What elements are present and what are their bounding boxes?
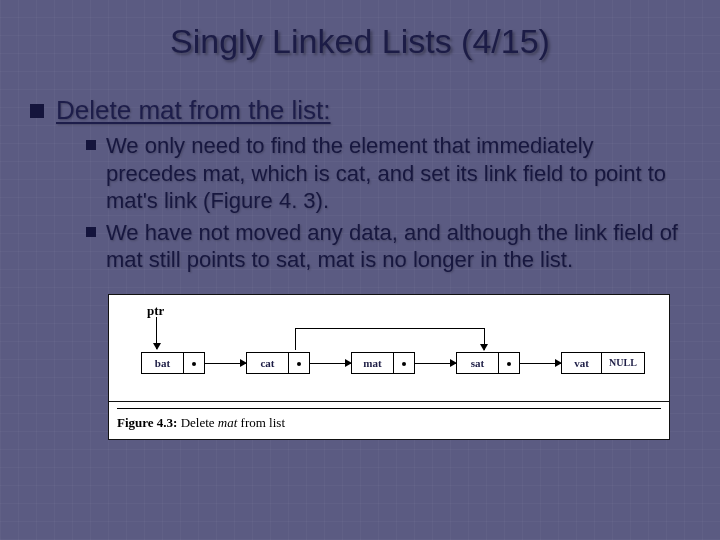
skip-arrow-icon	[295, 328, 485, 350]
arrow-down-icon	[156, 317, 157, 349]
square-bullet-icon	[86, 227, 96, 237]
figure: ptr bat cat mat	[108, 294, 670, 440]
arrow-right-icon	[310, 352, 351, 374]
divider	[117, 408, 661, 409]
figure-caption: Figure 4.3: Delete mat from list	[108, 402, 670, 440]
caption-text: Delete	[177, 415, 217, 430]
arrow-right-icon	[205, 352, 246, 374]
square-bullet-icon	[30, 104, 44, 118]
sub-bullet-text: We have not moved any data, and although…	[106, 219, 690, 274]
bullet-text: Delete mat from the list:	[56, 95, 331, 126]
node-label: cat	[247, 353, 289, 373]
list-node: vat NULL	[561, 352, 645, 374]
node-link-icon	[289, 353, 309, 373]
node-label: bat	[142, 353, 184, 373]
caption-italic: mat	[218, 415, 238, 430]
sub-bullet-1: We only need to find the element that im…	[86, 132, 690, 215]
slide-title: Singly Linked Lists (4/15)	[0, 0, 720, 61]
square-bullet-icon	[86, 140, 96, 150]
node-link-icon	[184, 353, 204, 373]
node-label: sat	[457, 353, 499, 373]
node-label: vat	[562, 353, 602, 373]
caption-number: Figure 4.3:	[117, 415, 177, 430]
node-link-icon	[394, 353, 414, 373]
list-node: sat	[456, 352, 520, 374]
figure-diagram: ptr bat cat mat	[108, 294, 670, 402]
arrow-right-icon	[520, 352, 561, 374]
node-link-icon	[499, 353, 519, 373]
sub-bullet-2: We have not moved any data, and although…	[86, 219, 690, 274]
slide-body: Delete mat from the list: We only need t…	[0, 61, 720, 440]
list-node: bat	[141, 352, 205, 374]
bullet-level1: Delete mat from the list:	[30, 95, 690, 126]
caption-text: from list	[237, 415, 285, 430]
arrow-right-icon	[415, 352, 456, 374]
sub-bullets: We only need to find the element that im…	[30, 126, 690, 274]
list-node: mat	[351, 352, 415, 374]
node-null: NULL	[602, 353, 644, 373]
sub-bullet-text: We only need to find the element that im…	[106, 132, 690, 215]
list-node: cat	[246, 352, 310, 374]
node-label: mat	[352, 353, 394, 373]
node-row: bat cat mat sat	[141, 349, 645, 377]
